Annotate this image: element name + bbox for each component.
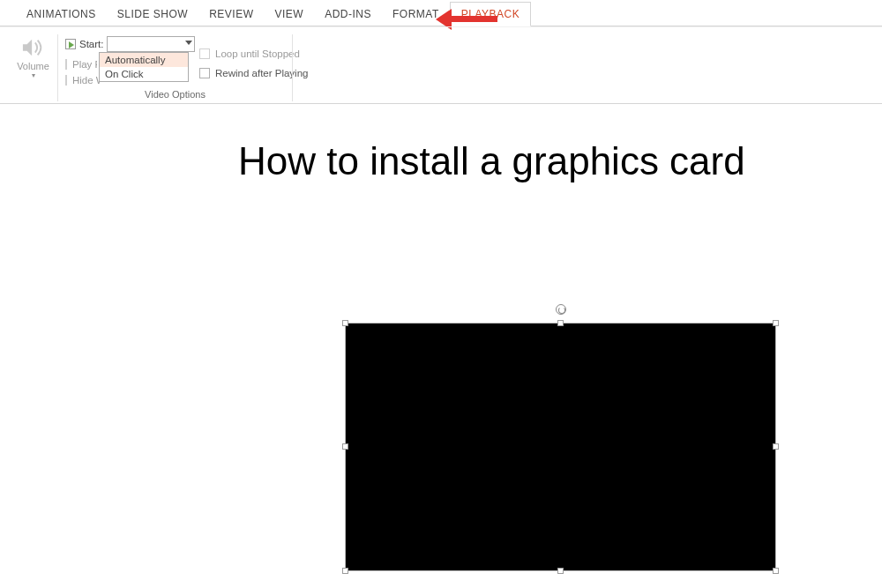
resize-handle[interactable]	[773, 568, 779, 574]
dropdown-item-onclick[interactable]: On Click	[100, 67, 188, 81]
tab-slideshow[interactable]: SLIDE SHOW	[107, 3, 198, 26]
volume-label: Volume	[17, 61, 49, 71]
start-dropdown-list: Automatically On Click	[99, 52, 189, 82]
tab-review[interactable]: REVIEW	[198, 3, 264, 26]
video-options-group-label: Video Options	[58, 89, 292, 100]
ribbon-panel: Volume ▾ Start: Automatically On Click P…	[0, 26, 882, 104]
tab-playback[interactable]: PLAYBACK	[450, 2, 531, 26]
rotate-handle-icon[interactable]	[556, 304, 566, 315]
slide-canvas: How to install a graphics card	[0, 104, 882, 588]
resize-handle[interactable]	[773, 320, 779, 326]
slide-title[interactable]: How to install a graphics card	[238, 139, 745, 183]
resize-handle[interactable]	[773, 443, 779, 450]
resize-handle[interactable]	[342, 568, 348, 574]
annotation-arrow-playback	[452, 16, 497, 22]
resize-handle[interactable]	[342, 443, 348, 450]
volume-group: Volume ▾	[9, 34, 58, 101]
tab-animations[interactable]: ANIMATIONS	[16, 3, 107, 26]
volume-icon	[20, 36, 47, 59]
chevron-down-icon: ▾	[32, 71, 35, 79]
dropdown-item-automatically[interactable]: Automatically	[100, 53, 188, 67]
resize-handle[interactable]	[342, 320, 348, 326]
resize-handle[interactable]	[557, 568, 564, 574]
video-placeholder[interactable]	[345, 323, 776, 571]
tab-view[interactable]: VIEW	[264, 3, 314, 26]
tab-addins[interactable]: ADD-INS	[314, 3, 382, 26]
resize-handle[interactable]	[557, 320, 564, 326]
volume-button[interactable]: Volume ▾	[16, 34, 50, 79]
